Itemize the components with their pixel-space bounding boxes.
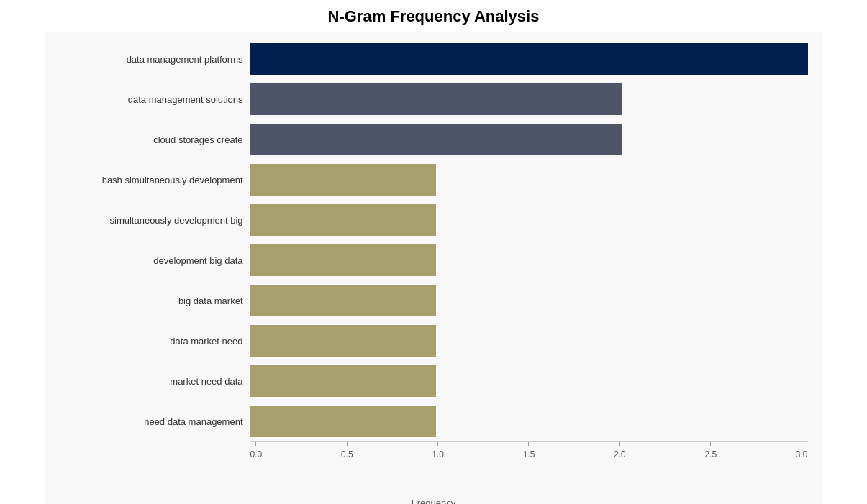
x-tick-label: 1.5 xyxy=(523,449,535,459)
bar xyxy=(250,164,436,196)
bar-row: data management solutions xyxy=(60,79,808,119)
x-axis-tick: 2.0 xyxy=(614,442,626,459)
x-tick-label: 0.5 xyxy=(341,449,353,459)
x-tick-label: 2.5 xyxy=(704,449,717,459)
bar xyxy=(250,244,436,276)
x-axis-tick: 1.0 xyxy=(432,442,444,459)
bar-area xyxy=(250,124,808,155)
bar-area xyxy=(250,244,808,276)
x-tick-label: 1.0 xyxy=(432,449,444,459)
bar-row: need data management xyxy=(60,401,808,441)
bar-label: data management platforms xyxy=(60,54,250,65)
bar-row: data management platforms xyxy=(60,39,808,79)
x-tick-line xyxy=(802,442,802,446)
bar-label: cloud storages create xyxy=(60,134,250,145)
bar-area xyxy=(250,164,808,196)
bar-area xyxy=(250,325,808,357)
chart-title: N-Gram Frequency Analysis xyxy=(328,7,540,26)
bar-area xyxy=(250,365,808,397)
bar xyxy=(250,124,622,155)
page: N-Gram Frequency Analysis data managemen… xyxy=(0,0,867,504)
bar-row: development big data xyxy=(60,240,808,280)
bar-label: data market need xyxy=(60,336,250,347)
x-axis-tick: 2.5 xyxy=(704,442,717,459)
bar-label: market need data xyxy=(60,376,250,387)
x-tick-line xyxy=(619,442,620,446)
x-axis-tick: 3.0 xyxy=(796,442,808,459)
bar-row: hash simultaneously development xyxy=(60,160,808,200)
x-axis-tick: 0.0 xyxy=(250,442,263,459)
bar xyxy=(250,365,436,397)
x-tick-line xyxy=(347,442,348,446)
bar-row: big data market xyxy=(60,280,808,321)
bar-label: hash simultaneously development xyxy=(60,175,250,185)
bar-label: simultaneously development big xyxy=(60,215,250,226)
bar-area xyxy=(250,406,808,437)
bar xyxy=(250,83,622,115)
x-axis-tick: 0.5 xyxy=(341,442,353,459)
bar-row: market need data xyxy=(60,361,808,401)
x-tick-line xyxy=(710,442,711,446)
bar xyxy=(250,43,808,75)
x-tick-line xyxy=(528,442,529,446)
x-tick-label: 3.0 xyxy=(796,449,808,459)
bar-label: data management solutions xyxy=(60,94,250,105)
bar-label: big data market xyxy=(60,295,250,306)
bar-area xyxy=(250,43,808,75)
bar xyxy=(250,406,436,437)
x-tick-line xyxy=(255,442,256,446)
bar-area xyxy=(250,204,808,236)
bar-label: need data management xyxy=(60,416,250,427)
x-axis: 0.00.51.01.52.02.53.0 xyxy=(250,441,808,477)
bar-chart: data management platformsdata management… xyxy=(60,39,808,441)
x-axis-title: Frequency xyxy=(60,498,808,504)
bar xyxy=(250,285,436,316)
bar-area xyxy=(250,83,808,115)
x-tick-label: 0.0 xyxy=(250,449,263,459)
bar-row: simultaneously development big xyxy=(60,200,808,240)
bar-row: data market need xyxy=(60,321,808,361)
bar-row: cloud storages create xyxy=(60,119,808,160)
bar-area xyxy=(250,285,808,316)
x-tick-line xyxy=(437,442,438,446)
x-tick-label: 2.0 xyxy=(614,449,626,459)
bar xyxy=(250,204,436,236)
x-axis-tick: 1.5 xyxy=(523,442,535,459)
bar xyxy=(250,325,436,357)
chart-container: data management platformsdata management… xyxy=(45,32,822,504)
bar-label: development big data xyxy=(60,255,250,266)
